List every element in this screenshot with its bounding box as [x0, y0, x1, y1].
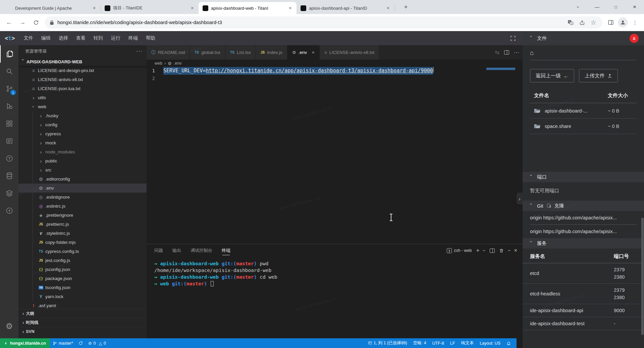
profile-avatar[interactable] [618, 17, 628, 27]
fullscreen-icon[interactable] [510, 36, 516, 41]
new-terminal-icon[interactable]: + [476, 247, 479, 254]
menu-item[interactable]: 帮助 [142, 31, 159, 45]
database-icon[interactable] [0, 167, 18, 185]
kill-terminal-icon[interactable] [499, 248, 504, 253]
tree-item[interactable]: .stylelintrc.js [18, 229, 147, 238]
layout-toggle-icon[interactable]: ⇆ [495, 49, 499, 56]
file-row[interactable]: apisix-dashboard-... ~ 0 B [530, 103, 637, 119]
tree-item[interactable]: package.json [18, 274, 147, 283]
panel-tab[interactable]: 输出 [172, 244, 181, 257]
problems-status[interactable]: ⊘ 0 △ 0 [86, 338, 109, 348]
ports-section-header[interactable]: › 端口 [523, 172, 644, 182]
shell-picker[interactable]: ❯ zsh - web [447, 248, 472, 253]
tree-item[interactable]: .prettierignore [18, 211, 147, 220]
preview-card-icon[interactable] [0, 132, 18, 150]
menu-item[interactable]: 运行 [107, 31, 124, 45]
browser-tab[interactable]: apisix-dashboard-web - TitanI × [199, 2, 297, 14]
editor-tab[interactable]: LICENSE-antvis-x6.txt [320, 45, 379, 60]
tree-item[interactable]: utils [18, 93, 147, 102]
tree-item[interactable]: LICENSE-ant-design-pro.txt [18, 66, 147, 75]
source-control-icon[interactable]: 1 [0, 80, 18, 97]
editor-tab[interactable]: README.md [147, 45, 190, 60]
run-debug-icon[interactable] [0, 97, 18, 115]
breadcrumb[interactable]: web › .env [147, 60, 523, 67]
tree-item[interactable]: LICENSE-antvis-x6.txt [18, 75, 147, 84]
maximize-icon[interactable]: □ [606, 0, 625, 14]
chevron-down-icon[interactable]: › [482, 250, 487, 252]
tab-close-icon[interactable]: × [189, 5, 195, 11]
bookmark-star-icon[interactable]: ☆ [588, 17, 599, 28]
home-icon[interactable]: ⌂ [530, 45, 637, 60]
extensions-icon[interactable] [0, 115, 18, 132]
terminal-output[interactable]: → apisix-dashboard-web git:(master) pwd/… [147, 257, 523, 287]
layers-icon[interactable] [0, 185, 18, 202]
tree-item[interactable]: jest.config.js [18, 256, 147, 265]
code-editor[interactable]: 1 SERVE_URL_DEV=http://hongxi.titanide.c… [147, 67, 523, 237]
search-icon[interactable] [0, 63, 18, 80]
tree-item[interactable]: cypress [18, 129, 147, 138]
remote-indicator[interactable]: hongxi.titanide.cn [0, 338, 50, 348]
menu-item[interactable]: 转到 [90, 31, 107, 45]
back-icon[interactable]: ← [3, 17, 15, 28]
new-tab-button[interactable]: + [401, 2, 411, 12]
git-branch-status[interactable]: master* [50, 338, 76, 348]
tree-item[interactable]: jsconfig.json [18, 265, 147, 274]
tree-item[interactable]: public [18, 156, 147, 165]
tree-item[interactable]: node_modules [18, 147, 147, 156]
eol-type[interactable]: LF [447, 338, 458, 348]
tree-item[interactable]: tsconfig.json [18, 283, 147, 292]
browser-tab[interactable]: Development Guide | Apache × [3, 2, 101, 14]
user-avatar[interactable]: a [630, 34, 639, 43]
menu-item[interactable]: 编辑 [37, 31, 55, 45]
menu-item[interactable]: 选择 [55, 31, 72, 45]
tree-item[interactable]: LICENSE-json.lua.txt [18, 84, 147, 93]
menu-item[interactable]: 终端 [124, 31, 142, 45]
tree-item[interactable]: .eslintrc.js [18, 202, 147, 211]
indentation[interactable]: 空格: 4 [410, 338, 429, 348]
url-text[interactable]: hongxi.titanide.cn/ide/web/coding/apisix… [57, 20, 565, 25]
tab-close-icon[interactable]: × [312, 50, 315, 55]
services-section-header[interactable]: › 服务 [523, 238, 644, 249]
tree-item[interactable]: web [18, 102, 147, 111]
tree-item[interactable]: .husky [18, 111, 147, 120]
browser-menu-icon[interactable]: ⋮ [629, 17, 641, 28]
address-bar[interactable]: hongxi.titanide.cn/ide/web/coding/apisix… [45, 16, 602, 28]
notifications-bell-icon[interactable] [503, 338, 514, 348]
tree-item[interactable]: .eslintignore [18, 193, 147, 202]
tree-item[interactable]: yarn.lock [18, 292, 147, 301]
tree-item[interactable]: src [18, 165, 147, 175]
close-window-icon[interactable]: × [625, 0, 644, 14]
menu-item[interactable]: 文件 [20, 31, 37, 45]
reload-icon[interactable] [30, 17, 42, 28]
lock-icon[interactable] [50, 20, 54, 25]
lightning-icon[interactable] [0, 202, 18, 219]
tree-item[interactable]: mock [18, 138, 147, 147]
minimize-icon[interactable]: — [588, 0, 606, 14]
editor-tab[interactable]: .env × [287, 45, 320, 60]
browser-tab[interactable]: apisix-dashboard-api - TitanID × [297, 2, 394, 14]
code-link[interactable]: http://hongxi.titanide.cn/app/apisix-das… [206, 68, 433, 74]
file-row[interactable]: space.share ~ 0 B [530, 119, 637, 134]
tab-close-icon[interactable]: × [287, 5, 293, 11]
git-clone-label[interactable]: 克隆 [554, 203, 564, 209]
tree-item[interactable]: cypress.config.ts [18, 247, 147, 256]
tree-item[interactable]: .prettierrc.js [18, 220, 147, 229]
split-terminal-icon[interactable] [490, 249, 495, 253]
upload-file-button[interactable]: 上传文件 [579, 69, 618, 82]
sidebar-section[interactable]: › SVN [18, 327, 147, 336]
files-section-header[interactable]: › 文件 a [523, 31, 644, 45]
browser-tab[interactable]: 项目 - TitanIDE × [101, 2, 199, 14]
share-icon[interactable] [576, 17, 588, 28]
breadcrumb-folder[interactable]: web [155, 61, 162, 66]
editor-tab[interactable]: index.js [256, 45, 287, 60]
git-section-header[interactable]: › Git 克隆 [523, 201, 644, 211]
cursor-position[interactable]: 行 1, 列 1 (已选择89) [365, 338, 410, 348]
minimap[interactable] [486, 68, 517, 135]
tab-close-icon[interactable]: × [385, 5, 391, 11]
settings-gear-icon[interactable]: ⚙ [0, 318, 18, 335]
editor-more-icon[interactable]: ··· [514, 50, 519, 56]
tab-close-icon[interactable]: × [91, 5, 97, 11]
panel-expander-icon[interactable]: › [517, 193, 523, 205]
maximize-panel-icon[interactable]: › [506, 250, 512, 252]
editor-tab[interactable]: global.tsx [190, 45, 225, 60]
